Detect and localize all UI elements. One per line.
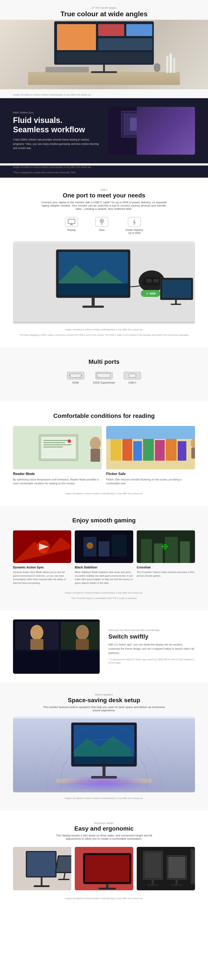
gaming-section: Enjoy smooth gaming Dynamic Action Sync … bbox=[0, 506, 208, 611]
ergonomic-title: Easy and ergonomic bbox=[13, 825, 195, 832]
svg-rect-56 bbox=[133, 441, 142, 461]
svg-rect-54 bbox=[110, 439, 121, 461]
nwa-image: ign bbox=[108, 107, 195, 154]
power-icon-label: Power DeliveryUp to 65W bbox=[126, 229, 143, 235]
svg-rect-9 bbox=[130, 118, 152, 131]
svg-rect-46 bbox=[43, 440, 69, 441]
svg-rect-57 bbox=[143, 438, 154, 461]
dynamic-action-subtitle: Dynamic Action Sync bbox=[13, 566, 71, 569]
gaming-features: Dynamic Action Sync Dynamic Action Sync … bbox=[13, 530, 195, 585]
svg-point-50 bbox=[68, 439, 71, 443]
svg-point-72 bbox=[87, 542, 93, 549]
black-stabiliser-subtitle: Black Stabiliser bbox=[75, 566, 133, 569]
svg-rect-96 bbox=[102, 766, 106, 777]
svg-rect-71 bbox=[112, 535, 127, 557]
ergo-image-2 bbox=[75, 847, 133, 890]
svg-rect-60 bbox=[178, 441, 186, 461]
svg-rect-124 bbox=[148, 885, 158, 886]
hero-footnote: Images simulated to enhance feature unde… bbox=[0, 91, 208, 98]
flicker-safe-col: Flicker Safe Flicker Safe reduces invisi… bbox=[106, 426, 195, 485]
ergonomic-label: Ergonomic design bbox=[13, 822, 195, 824]
svg-rect-98 bbox=[56, 779, 152, 783]
space-label: Built-in speakers bbox=[13, 693, 195, 696]
svg-rect-113 bbox=[58, 879, 69, 880]
ergonomic-desc: This display boasts a slim bezel on thre… bbox=[50, 834, 158, 840]
space-image bbox=[13, 716, 195, 792]
svg-rect-117 bbox=[106, 884, 109, 888]
svg-rect-130 bbox=[192, 850, 195, 883]
svg-rect-41 bbox=[97, 377, 100, 378]
svg-rect-123 bbox=[152, 880, 154, 885]
space-footnote: Images simulated to enhance feature unde… bbox=[13, 797, 195, 800]
svg-rect-34 bbox=[162, 280, 191, 298]
svg-rect-58 bbox=[155, 440, 165, 461]
gaming-title: Enjoy smooth gaming bbox=[13, 517, 195, 524]
svg-rect-61 bbox=[106, 426, 195, 439]
svg-rect-116 bbox=[85, 855, 129, 882]
nwa-section: NWA: Netflow Sync Fluid visuals.Seamless… bbox=[0, 98, 208, 163]
nwa-footnote2: *This is compared to models with a refre… bbox=[13, 171, 195, 174]
svg-rect-63 bbox=[191, 448, 195, 458]
svg-rect-87 bbox=[76, 639, 89, 650]
hero-top: 27" IPS Full HD display True colour at w… bbox=[0, 0, 208, 18]
svg-rect-49 bbox=[43, 447, 63, 447]
reader-mode-image bbox=[13, 426, 102, 469]
svg-rect-107 bbox=[27, 852, 55, 877]
ergo-image-1 bbox=[13, 847, 71, 890]
switch-footnote: * To download the latest LG Switch app, … bbox=[108, 658, 195, 664]
svg-rect-55 bbox=[123, 437, 132, 461]
crosshair-image bbox=[137, 530, 195, 563]
usbc-title: One port to meet your needs bbox=[13, 192, 195, 199]
data-icon-box bbox=[95, 217, 108, 227]
crosshair-col: Crosshair The Crosshair* feature helps e… bbox=[137, 530, 195, 585]
crosshair-subtitle: Crosshair bbox=[137, 566, 195, 569]
port-item-displayport: 24GB Superstream bbox=[93, 372, 115, 384]
usbc-footnote2: *The word 'plugging a USB-C cable is req… bbox=[13, 333, 195, 337]
svg-rect-85 bbox=[30, 639, 43, 650]
svg-rect-8 bbox=[123, 113, 158, 135]
svg-rect-12 bbox=[172, 135, 183, 150]
svg-rect-52 bbox=[91, 449, 100, 462]
reading-cols: Reader Mode By optimising colour tempera… bbox=[13, 426, 195, 485]
svg-rect-97 bbox=[91, 776, 117, 779]
svg-rect-122 bbox=[145, 853, 161, 878]
ergonomic-footnote: Images simulated to enhance feature unde… bbox=[13, 897, 195, 900]
usbc-section: USB-C One port to meet your needs Connec… bbox=[0, 178, 208, 347]
svg-rect-118 bbox=[99, 888, 116, 889]
svg-text:ign: ign bbox=[139, 123, 143, 127]
svg-point-84 bbox=[30, 625, 43, 640]
svg-rect-108 bbox=[41, 877, 43, 886]
nwa-desc: A fast 100Hz refresh rate provides smoot… bbox=[13, 138, 100, 150]
usbc-label: USB-C bbox=[13, 189, 195, 191]
switch-right: Samsung Your Work and Life with a OneSle… bbox=[108, 629, 195, 664]
svg-point-11 bbox=[171, 120, 184, 137]
svg-rect-2 bbox=[98, 24, 124, 36]
svg-point-18 bbox=[101, 220, 102, 221]
svg-point-100 bbox=[52, 777, 156, 790]
svg-rect-37 bbox=[70, 374, 81, 377]
displayport-icon bbox=[95, 372, 113, 379]
flicker-safe-desc: Flicker Safe reduces invisible flickerin… bbox=[106, 477, 195, 485]
ergo-image-3 bbox=[137, 847, 195, 890]
svg-rect-4 bbox=[98, 38, 152, 50]
reader-mode-desc: By optimising colour temperature and lum… bbox=[13, 477, 102, 485]
black-stabiliser-image bbox=[75, 530, 133, 563]
switch-title: Switch swiftly bbox=[108, 633, 195, 640]
svg-rect-30 bbox=[153, 279, 159, 282]
port-item-hdmi: HDMI bbox=[67, 372, 84, 384]
display-icon-label: Display bbox=[67, 229, 76, 232]
gaming-footnote1: Images simulated to enhance feature unde… bbox=[13, 591, 195, 595]
usbc-footnote1: Images simulated to enhance feature unde… bbox=[13, 328, 195, 331]
svg-rect-36 bbox=[171, 304, 181, 305]
usbc-port-label: USB-C bbox=[129, 381, 137, 384]
flicker-safe-image bbox=[106, 426, 195, 469]
usbc-desc: Connect your laptop to the monitor with … bbox=[39, 201, 169, 210]
flicker-safe-subtitle: Flicker Safe bbox=[106, 472, 195, 476]
svg-rect-47 bbox=[43, 442, 65, 443]
svg-marker-38 bbox=[69, 375, 70, 376]
svg-rect-29 bbox=[146, 279, 152, 282]
ports-row: HDMI 24GB Superstream USB-C bbox=[13, 372, 195, 384]
svg-rect-74 bbox=[141, 539, 152, 563]
nwa-title: Fluid visuals.Seamless workflow bbox=[13, 116, 100, 134]
dynamic-action-col: Dynamic Action Sync Dynamic Action Sync … bbox=[13, 530, 71, 585]
